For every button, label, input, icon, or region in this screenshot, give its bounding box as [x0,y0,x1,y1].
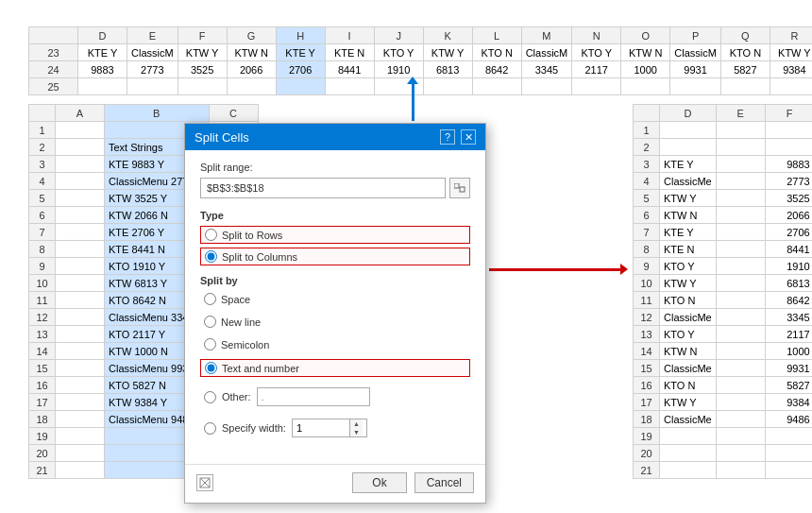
table-cell[interactable]: KTW N [227,44,276,61]
table-cell[interactable] [56,292,105,309]
table-cell[interactable] [716,462,765,479]
table-cell[interactable]: 9883 [765,156,812,173]
table-cell[interactable] [56,377,105,394]
spin-down-btn[interactable]: ▼ [350,428,363,436]
table-cell[interactable]: KTW N [621,44,670,61]
row-header[interactable]: 14 [29,343,56,360]
col-L[interactable]: L [472,27,521,44]
table-cell[interactable]: 1910 [374,61,423,78]
row-header[interactable]: 18 [29,411,56,428]
table-cell[interactable] [660,445,717,462]
col-D[interactable]: D [78,27,127,44]
table-cell[interactable]: ClassicMe [660,411,717,428]
table-cell[interactable] [716,258,765,275]
table-cell[interactable] [276,78,325,95]
table-cell[interactable]: 2117 [765,326,812,343]
table-cell[interactable] [716,428,765,445]
table-cell[interactable]: ClassicM [521,44,572,61]
table-cell[interactable]: ClassicM [670,44,721,61]
table-cell[interactable] [56,309,105,326]
table-cell[interactable]: KTO N [472,44,521,61]
row-header[interactable]: 15 [29,360,56,377]
right-col-E[interactable]: E [716,105,765,122]
row-header[interactable]: 16 [29,377,56,394]
row-header[interactable]: 2 [634,139,660,156]
table-cell[interactable]: 9384 [770,61,812,78]
col-J[interactable]: J [374,27,423,44]
row-header[interactable]: 8 [29,241,56,258]
row-header[interactable]: 20 [29,445,56,462]
table-cell[interactable]: KTO Y [660,258,717,275]
table-cell[interactable]: KTW N [660,343,717,360]
row-header[interactable]: 11 [29,292,56,309]
table-cell[interactable] [716,445,765,462]
table-cell[interactable] [660,122,717,139]
table-cell[interactable] [56,258,105,275]
specify-width-input[interactable] [293,419,349,436]
row-header[interactable]: 18 [634,411,660,428]
table-cell[interactable] [660,428,717,445]
row-header[interactable]: 15 [634,360,660,377]
table-cell[interactable] [660,462,717,479]
table-cell[interactable]: KTW Y [660,394,717,411]
table-cell[interactable] [716,156,765,173]
table-cell[interactable] [660,139,717,156]
table-cell[interactable]: 5827 [720,61,770,78]
table-cell[interactable] [56,360,105,377]
row-header[interactable]: 3 [634,156,660,173]
table-cell[interactable]: KTW Y [770,44,812,61]
table-cell[interactable] [325,78,374,95]
table-cell[interactable]: 2706 [765,224,812,241]
radio-textnum-input[interactable] [205,362,217,374]
table-cell[interactable] [572,78,621,95]
split-range-input[interactable] [200,178,446,198]
col-K[interactable]: K [423,27,472,44]
row-header[interactable]: 9 [29,258,56,275]
table-cell[interactable]: KTW Y [423,44,472,61]
table-cell[interactable] [127,78,178,95]
table-cell[interactable] [716,224,765,241]
row-header[interactable]: 21 [29,462,56,479]
table-cell[interactable] [56,275,105,292]
table-cell[interactable] [56,224,105,241]
table-cell[interactable]: 1910 [765,258,812,275]
table-cell[interactable]: KTO Y [374,44,423,61]
table-cell[interactable]: KTO N [660,377,717,394]
col-E[interactable]: E [127,27,178,44]
table-cell[interactable]: 6813 [765,275,812,292]
row-header[interactable]: 20 [634,445,660,462]
col-R[interactable]: R [770,27,812,44]
table-cell[interactable] [56,445,105,462]
table-cell[interactable]: 9486 [765,411,812,428]
row-header[interactable]: 7 [634,224,660,241]
table-cell[interactable]: 8642 [765,292,812,309]
table-cell[interactable] [56,156,105,173]
table-cell[interactable]: 8642 [472,61,521,78]
row-header[interactable]: 14 [634,343,660,360]
row-header[interactable]: 8 [634,241,660,258]
table-cell[interactable] [78,78,127,95]
table-cell[interactable] [716,207,765,224]
spin-up-btn[interactable]: ▲ [350,419,363,428]
table-cell[interactable]: KTE Y [660,156,717,173]
radio-specify-width[interactable]: Specify width: ▲ ▼ [200,417,470,439]
dialog-close-btn[interactable]: ✕ [461,129,476,145]
row-header[interactable]: 1 [29,122,56,139]
table-cell[interactable] [765,445,812,462]
table-cell[interactable] [716,275,765,292]
table-cell[interactable] [56,190,105,207]
table-cell[interactable] [56,173,105,190]
table-cell[interactable]: KTW Y [660,275,717,292]
col-I[interactable]: I [325,27,374,44]
col-N[interactable]: N [572,27,621,44]
table-cell[interactable] [716,411,765,428]
table-cell[interactable]: KTW N [660,207,717,224]
table-cell[interactable]: KTE N [660,241,717,258]
row-header[interactable]: 1 [634,122,660,139]
radio-space[interactable]: Space [200,291,470,307]
other-text-input[interactable] [257,387,370,406]
radio-split-to-columns[interactable]: Split to Columns [200,248,470,265]
row-header[interactable]: 5 [29,190,56,207]
table-cell[interactable] [423,78,472,95]
table-cell[interactable] [178,78,227,95]
